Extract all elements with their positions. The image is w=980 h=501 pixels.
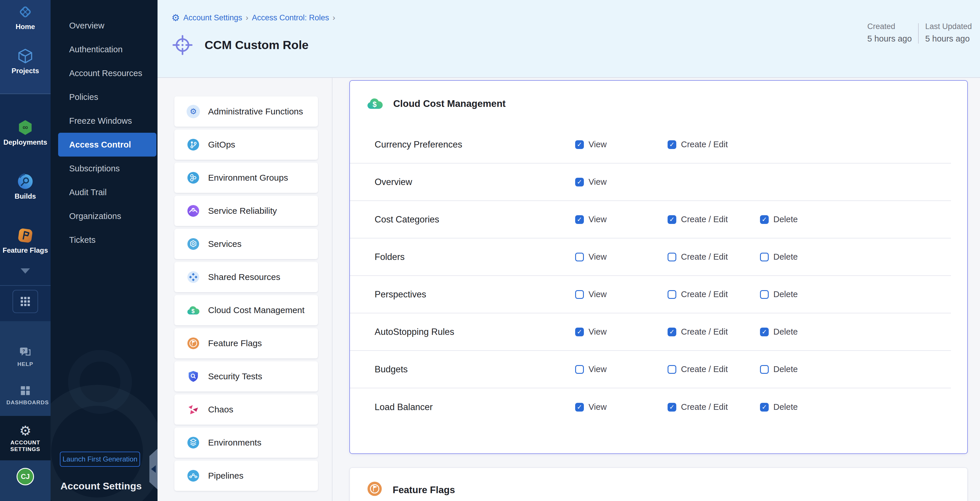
permission-slot-view: View: [575, 402, 668, 412]
updated-block: Last Updated 5 hours ago: [925, 22, 972, 44]
sidebar-item-organizations[interactable]: Organizations: [51, 204, 158, 228]
next-permissions-panel: Feature Flags: [349, 467, 968, 501]
feature-flags-icon: [366, 481, 383, 497]
home-icon: [17, 3, 34, 20]
rail-item-feature-flags[interactable]: Feature Flags: [0, 227, 51, 254]
rail-item-projects[interactable]: Projects: [0, 48, 51, 75]
rail-item-home[interactable]: Home: [0, 3, 51, 31]
resource-group-chaos[interactable]: Chaos: [174, 395, 318, 425]
resource-group-label: Shared Resources: [208, 272, 280, 282]
resource-group-pipelines[interactable]: Pipelines: [174, 461, 318, 491]
updated-value: 5 hours ago: [925, 34, 972, 44]
view-checkbox[interactable]: [575, 328, 584, 336]
delete-checkbox[interactable]: [760, 215, 769, 224]
rail-modules-section: ∞DeploymentsBuildsFeature Flags: [0, 94, 51, 321]
delete-checkbox[interactable]: [760, 290, 769, 299]
sidebar-item-audit-trail[interactable]: Audit Trail: [51, 180, 158, 204]
help-icon: ?: [19, 346, 32, 359]
create-checkbox[interactable]: [668, 140, 676, 149]
resource-group-environments[interactable]: Environments: [174, 428, 318, 458]
service-reliability-icon: [186, 204, 200, 217]
permission-row-autostopping-rules: AutoStopping RulesViewCreate / EditDelet…: [350, 313, 951, 351]
resource-group-label: Service Reliability: [208, 206, 277, 216]
launch-first-generation-button[interactable]: Launch First Generation: [60, 452, 140, 467]
sidebar-item-freeze-windows[interactable]: Freeze Windows: [51, 109, 158, 133]
permission-slot-create: Create / Edit: [668, 402, 760, 412]
create-checkbox[interactable]: [668, 403, 676, 412]
create-checkbox[interactable]: [668, 328, 676, 336]
view-checkbox-label: View: [589, 402, 606, 412]
resource-group-gitops[interactable]: GitOps: [174, 130, 318, 160]
resource-group-administrative-functions[interactable]: ⚙Administrative Functions: [174, 97, 318, 127]
permission-row-folders: FoldersViewCreate / EditDelete: [350, 238, 951, 276]
view-checkbox[interactable]: [575, 253, 584, 262]
sidebar-item-account-resources[interactable]: Account Resources: [51, 61, 158, 85]
resource-group-feature-flags[interactable]: Feature Flags: [174, 328, 318, 358]
rail-chevron-down-icon[interactable]: [21, 268, 30, 274]
environment-groups-icon: [186, 171, 200, 184]
view-checkbox[interactable]: [575, 140, 584, 149]
create-checkbox-label: Create / Edit: [681, 140, 728, 149]
view-checkbox[interactable]: [575, 403, 584, 412]
view-checkbox[interactable]: [575, 290, 584, 299]
sidebar-item-access-control[interactable]: Access Control: [58, 133, 156, 157]
create-checkbox[interactable]: [668, 215, 676, 224]
projects-icon: [17, 48, 34, 65]
title-row: CCM Custom Role: [172, 34, 980, 56]
user-avatar[interactable]: CJ: [17, 468, 34, 485]
permission-slot-view: View: [575, 290, 668, 299]
breadcrumb-link-account-settings[interactable]: Account Settings: [183, 13, 242, 22]
permission-slot-delete: Delete: [760, 290, 853, 299]
resource-group-label: Environment Groups: [208, 173, 288, 183]
resource-group-service-reliability[interactable]: Service Reliability: [174, 196, 318, 226]
rail-item-label: DASHBOARDS: [6, 399, 44, 406]
permission-slot-view: View: [575, 140, 668, 149]
breadcrumb-link-access-control-roles[interactable]: Access Control: Roles: [252, 13, 329, 22]
resource-group-services[interactable]: Services: [174, 229, 318, 259]
app-window: HomeProjects ∞DeploymentsBuildsFeature F…: [0, 0, 980, 501]
breadcrumb: ⚙ Account Settings›Access Control: Roles…: [172, 13, 980, 22]
delete-checkbox[interactable]: [760, 253, 769, 262]
rail-item-label: Builds: [14, 192, 36, 200]
view-checkbox[interactable]: [575, 178, 584, 187]
rail-item-builds[interactable]: Builds: [0, 173, 51, 200]
resource-group-security-tests[interactable]: Security Tests: [174, 361, 318, 392]
content-body: ⚙Administrative FunctionsGitOpsEnvironme…: [158, 78, 980, 501]
permission-slot-view: View: [575, 327, 668, 337]
sidebar-item-policies[interactable]: Policies: [51, 85, 158, 109]
view-checkbox[interactable]: [575, 365, 584, 374]
module-selector-button[interactable]: [13, 290, 38, 313]
settings-sidebar: OverviewAuthenticationAccount ResourcesP…: [51, 0, 158, 501]
rail-item-help[interactable]: ?HELP: [0, 346, 51, 368]
permissions-area: $ Cloud Cost Management Currency Prefere…: [332, 78, 980, 501]
sidebar-item-overview[interactable]: Overview: [51, 14, 158, 38]
resource-group-cloud-cost-management[interactable]: $Cloud Cost Management: [174, 295, 318, 325]
permission-slot-create: Create / Edit: [668, 365, 760, 374]
view-checkbox-label: View: [589, 365, 606, 374]
resource-group-list: ⚙Administrative FunctionsGitOpsEnvironme…: [158, 78, 332, 501]
permission-slot-create: Create / Edit: [668, 327, 760, 337]
create-checkbox[interactable]: [668, 365, 676, 374]
view-checkbox-label: View: [589, 252, 606, 262]
delete-checkbox-label: Delete: [773, 327, 798, 337]
delete-checkbox[interactable]: [760, 365, 769, 374]
delete-checkbox[interactable]: [760, 403, 769, 412]
sidebar-item-tickets[interactable]: Tickets: [51, 228, 158, 252]
sidebar-item-authentication[interactable]: Authentication: [51, 38, 158, 61]
delete-checkbox[interactable]: [760, 328, 769, 336]
rail-item-account-settings[interactable]: ⚙ACCOUNT SETTINGS: [0, 416, 51, 461]
rail-item-label: Home: [16, 23, 35, 31]
resource-group-environment-groups[interactable]: Environment Groups: [174, 163, 318, 193]
create-checkbox[interactable]: [668, 253, 676, 262]
rail-item-deployments[interactable]: ∞Deployments: [0, 119, 51, 146]
create-checkbox-label: Create / Edit: [681, 290, 728, 299]
timestamps: Created 5 hours ago Last Updated 5 hours…: [867, 22, 972, 44]
sidebar-item-subscriptions[interactable]: Subscriptions: [51, 157, 158, 180]
delete-checkbox-label: Delete: [773, 215, 798, 224]
permission-name: Overview: [375, 177, 575, 187]
view-checkbox[interactable]: [575, 215, 584, 224]
rail-item-dashboards[interactable]: DASHBOARDS: [0, 384, 51, 406]
create-checkbox[interactable]: [668, 290, 676, 299]
resource-group-shared-resources[interactable]: Shared Resources: [174, 262, 318, 292]
settings-gear-icon: ⚙: [172, 13, 180, 22]
